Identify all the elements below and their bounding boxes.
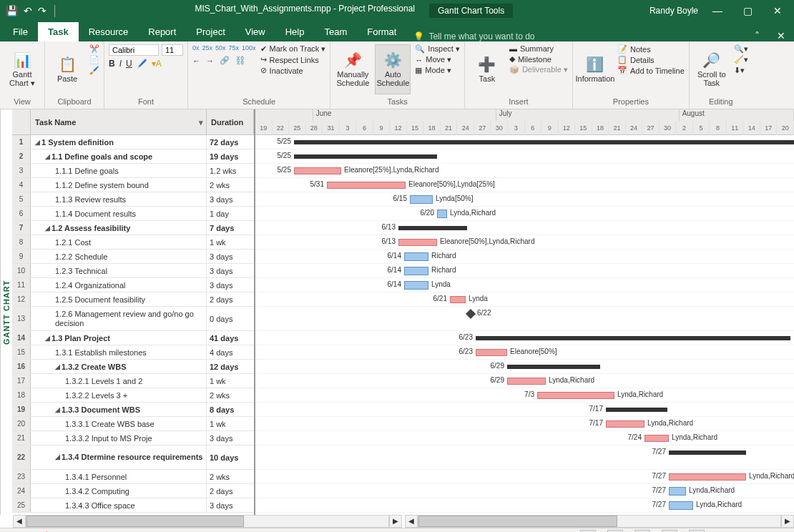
task-name-cell[interactable]: ◢1 System definition	[31, 135, 207, 149]
collapse-icon[interactable]: ◢	[35, 139, 40, 146]
mark-on-track-button[interactable]: ✔ Mark on Track ▾	[260, 44, 326, 54]
task-bar[interactable]	[404, 281, 428, 290]
table-row[interactable]: 24 1.3.4.2 Computing 2 days	[12, 484, 254, 498]
collapse-icon[interactable]: ◢	[45, 335, 50, 342]
task-bar[interactable]	[507, 378, 546, 385]
bold-button[interactable]: B	[109, 59, 115, 69]
outdent-button[interactable]: ←	[192, 56, 200, 65]
copy-button[interactable]: 📄	[89, 55, 99, 64]
task-name-cell[interactable]: 1.1.4 Document results	[31, 207, 207, 220]
table-row[interactable]: 2 ◢1.1 Define goals and scope 19 days	[12, 149, 254, 164]
scroll-left-button[interactable]: ◀	[13, 515, 26, 528]
gantt-row[interactable]: 6/13	[255, 221, 794, 235]
row-header-corner[interactable]	[12, 109, 31, 134]
manually-schedule-button[interactable]: 📌Manually Schedule	[335, 44, 371, 94]
gantt-row[interactable]: 7/3Lynda,Richard	[255, 388, 794, 403]
save-icon[interactable]: 💾	[6, 5, 18, 16]
table-row[interactable]: 20 1.3.3.1 Create WBS base 1 wk	[12, 417, 254, 431]
gantt-chart-button[interactable]: 📊Gantt Chart ▾	[4, 44, 40, 94]
inspect-button[interactable]: 🔍 Inspect ▾	[415, 44, 460, 54]
task-bar[interactable]	[669, 487, 686, 496]
task-bar[interactable]	[537, 392, 614, 399]
row-number[interactable]: 9	[12, 250, 31, 263]
table-row[interactable]: 17 1.3.2.1 Levels 1 and 2 1 wk	[12, 374, 254, 388]
table-row[interactable]: 19 ◢1.3.3 Document WBS 8 days	[12, 403, 254, 417]
table-row[interactable]: 25 1.3.4.3 Office space 3 days	[12, 498, 254, 513]
gantt-row[interactable]: 6/14Richard	[255, 264, 794, 278]
table-row[interactable]: 1 ◢1 System definition 72 days	[12, 135, 254, 149]
mode-button[interactable]: ▦ Mode ▾	[415, 66, 460, 75]
row-number[interactable]: 12	[12, 292, 31, 306]
duration-cell[interactable]: 1.2 wks	[207, 164, 254, 177]
column-header-taskname[interactable]: Task Name▾	[31, 109, 207, 134]
table-row[interactable]: 9 1.2.2 Schedule 3 days	[12, 250, 254, 264]
format-painter-button[interactable]: 🖌️	[89, 66, 99, 75]
view-shortcut-1[interactable]	[580, 530, 596, 533]
task-name-cell[interactable]: 1.3.3.2 Input to MS Proje	[31, 431, 207, 445]
task-name-cell[interactable]: 1.2.6 Management review and go/no go dec…	[31, 307, 207, 330]
right-scrollbar-track[interactable]	[418, 515, 781, 528]
table-row[interactable]: 22 ◢1.3.4 Dtermine resource requirements…	[12, 445, 254, 470]
indent-75-button[interactable]: 75x	[229, 44, 240, 51]
task-bar[interactable]	[606, 420, 644, 428]
gantt-row[interactable]: 6/22	[255, 307, 794, 331]
milestone-button[interactable]: ◆ Milestone	[509, 54, 568, 64]
duration-cell[interactable]: 3 days	[207, 250, 254, 263]
task-name-cell[interactable]: ◢1.3.2 Create WBS	[31, 360, 207, 373]
insert-task-button[interactable]: ➕Task	[469, 44, 505, 94]
tab-team[interactable]: Team	[314, 22, 357, 41]
gantt-row[interactable]: 6/23	[255, 331, 794, 345]
row-number[interactable]: 14	[12, 331, 31, 345]
task-bar[interactable]	[476, 349, 507, 356]
information-button[interactable]: ℹ️Information	[577, 44, 613, 94]
scroll-right-button[interactable]: ▶	[389, 515, 402, 528]
duration-cell[interactable]: 3 days	[207, 192, 254, 206]
collapse-icon[interactable]: ◢	[55, 453, 60, 462]
task-name-cell[interactable]: ◢1.2 Assess feasibility	[31, 221, 207, 235]
font-name-input[interactable]	[109, 44, 159, 56]
table-row[interactable]: 21 1.3.3.2 Input to MS Proje 3 days	[12, 431, 254, 445]
inactivate-button[interactable]: ⊘ Inactivate	[260, 66, 326, 75]
link-button[interactable]: 🔗	[220, 56, 230, 65]
row-number[interactable]: 25	[12, 498, 31, 512]
table-row[interactable]: 5 1.1.3 Review results 3 days	[12, 192, 254, 207]
row-number[interactable]: 8	[12, 235, 31, 249]
task-name-cell[interactable]: 1.3.4.3 Office space	[31, 498, 207, 512]
gantt-row[interactable]: 7/27	[255, 445, 794, 470]
fill-color-button[interactable]: ▾A	[152, 59, 162, 69]
duration-cell[interactable]: 1 wk	[207, 417, 254, 430]
task-bar[interactable]	[294, 167, 341, 174]
scroll-right-button[interactable]: ▶	[781, 515, 794, 528]
task-bar[interactable]	[644, 435, 669, 442]
row-number[interactable]: 13	[12, 307, 31, 330]
task-bar[interactable]	[327, 182, 406, 189]
scroll-to-task-button[interactable]: 🔎Scroll to Task	[694, 44, 730, 94]
summary-bar[interactable]	[669, 450, 746, 455]
row-number[interactable]: 16	[12, 360, 31, 373]
task-name-cell[interactable]: ◢1.1 Define goals and scope	[31, 149, 207, 163]
table-row[interactable]: 23 1.3.4.1 Personnel 2 wks	[12, 470, 254, 484]
indent-50-button[interactable]: 50x	[215, 44, 226, 51]
task-name-cell[interactable]: 1.3.4.2 Computing	[31, 484, 207, 498]
task-name-cell[interactable]: 1.2.4 Organizational	[31, 278, 207, 292]
duration-cell[interactable]: 4 days	[207, 345, 254, 359]
gantt-row[interactable]: 6/20Lynda,Richard	[255, 207, 794, 221]
gantt-row[interactable]: 6/14Lynda	[255, 278, 794, 292]
row-number[interactable]: 21	[12, 431, 31, 445]
duration-cell[interactable]: 3 days	[207, 264, 254, 277]
add-timeline-button[interactable]: 📅 Add to Timeline	[617, 66, 685, 75]
table-row[interactable]: 11 1.2.4 Organizational 3 days	[12, 278, 254, 292]
unlink-button[interactable]: ⛓️	[235, 56, 245, 65]
table-row[interactable]: 15 1.3.1 Establish milestones 4 days	[12, 345, 254, 360]
font-color-button[interactable]: 🖊️	[137, 59, 147, 69]
gantt-row[interactable]: 5/25	[255, 149, 794, 164]
task-name-cell[interactable]: ◢1.3 Plan Project	[31, 331, 207, 345]
task-name-cell[interactable]: 1.1.2 Define system bound	[31, 178, 207, 192]
tab-view[interactable]: View	[235, 22, 275, 41]
summary-bar[interactable]	[294, 140, 794, 144]
tab-resource[interactable]: Resource	[79, 22, 139, 41]
task-bar[interactable]	[398, 239, 437, 246]
minimize-button[interactable]: —	[707, 5, 728, 16]
table-row[interactable]: 10 1.2.3 Technical 3 days	[12, 264, 254, 278]
task-name-cell[interactable]: 1.2.1 Cost	[31, 235, 207, 249]
